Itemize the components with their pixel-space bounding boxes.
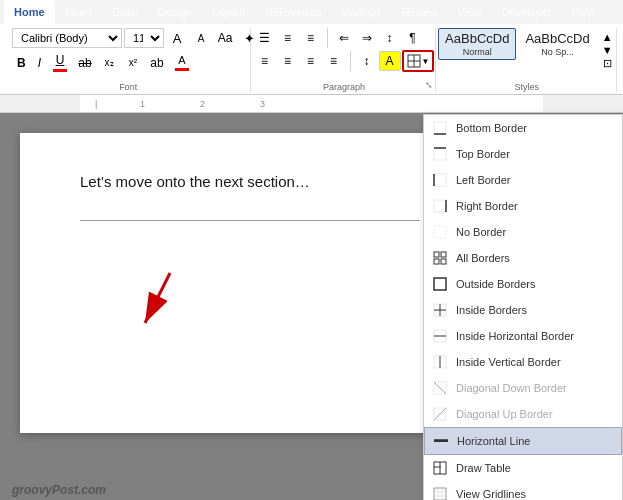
bottom-border-label: Bottom Border xyxy=(456,122,527,134)
line-spacing-btn[interactable]: ↕ xyxy=(356,51,378,71)
top-border-label: Top Border xyxy=(456,148,510,160)
show-para-btn[interactable]: ¶ xyxy=(402,28,424,48)
styles-group-label: Styles xyxy=(515,80,540,92)
svg-line-27 xyxy=(434,408,446,420)
dropdown-item-no-border[interactable]: No Border xyxy=(424,219,622,245)
diag-up-label: Diagonal Up Border xyxy=(456,408,553,420)
left-border-label: Left Border xyxy=(456,174,510,186)
styles-scroll-btn[interactable]: ▲▼⊡ xyxy=(599,28,616,73)
dropdown-item-draw-table[interactable]: Draw Table xyxy=(424,455,622,481)
separator xyxy=(327,28,328,48)
style-normal-label: Normal xyxy=(463,47,492,57)
inside-borders-label: Inside Borders xyxy=(456,304,527,316)
dropdown-item-all-borders[interactable]: All Borders xyxy=(424,245,622,271)
watermark: groovyPost.com xyxy=(12,483,106,497)
red-arrow-svg xyxy=(120,263,200,343)
left-border-icon xyxy=(432,172,448,188)
svg-rect-13 xyxy=(441,252,446,257)
font-color-btn[interactable]: A xyxy=(170,51,194,74)
increase-indent-btn[interactable]: ⇒ xyxy=(356,28,378,48)
dropdown-item-inside-borders[interactable]: Inside Borders xyxy=(424,297,622,323)
list-numbers-btn[interactable]: ≡ xyxy=(277,28,299,48)
svg-rect-16 xyxy=(434,278,446,290)
dropdown-item-outside-borders[interactable]: Outside Borders xyxy=(424,271,622,297)
grow-font-btn[interactable]: A xyxy=(166,28,188,48)
tab-developer[interactable]: Developer xyxy=(491,0,561,24)
dropdown-item-view-gridlines[interactable]: View Gridlines xyxy=(424,481,622,500)
dropdown-item-horiz-line[interactable]: Horizontal Line xyxy=(424,427,622,455)
paragraph-group: ☰ ≡ ≡ ⇐ ⇒ ↕ ¶ ≡ ≡ ≡ ≡ ↕ A xyxy=(253,28,435,92)
view-gridlines-icon xyxy=(432,486,448,500)
tab-help[interactable]: Help xyxy=(562,0,605,24)
dropdown-item-diag-down[interactable]: Diagonal Down Border xyxy=(424,375,622,401)
change-case-btn[interactable]: Aa xyxy=(214,28,236,48)
tab-insert[interactable]: Insert xyxy=(55,0,103,24)
style-nospace[interactable]: AaBbCcDd No Sp... xyxy=(518,28,596,60)
superscript-btn[interactable]: x² xyxy=(122,53,144,73)
diag-up-icon xyxy=(432,406,448,422)
inside-vert-label: Inside Vertical Border xyxy=(456,356,561,368)
shrink-font-btn[interactable]: A xyxy=(190,28,212,48)
svg-rect-14 xyxy=(434,259,439,264)
list-multilevel-btn[interactable]: ≡ xyxy=(300,28,322,48)
paragraph-expand[interactable]: ⤡ xyxy=(425,80,433,90)
text-highlight-btn[interactable]: ab xyxy=(146,53,168,73)
horiz-line-label: Horizontal Line xyxy=(457,435,530,447)
ribbon-tabs: Home Insert Draw Design Layout Reference… xyxy=(0,0,623,24)
style-normal-preview: AaBbCcDd xyxy=(445,31,509,47)
tab-home[interactable]: Home xyxy=(4,0,55,24)
separator2 xyxy=(350,51,351,71)
tab-references[interactable]: References xyxy=(255,0,331,24)
inside-horiz-label: Inside Horizontal Border xyxy=(456,330,574,342)
inside-vert-icon xyxy=(432,354,448,370)
shading-btn[interactable]: A xyxy=(379,51,401,71)
tab-layout[interactable]: Layout xyxy=(202,0,255,24)
svg-rect-33 xyxy=(434,488,446,500)
draw-table-label: Draw Table xyxy=(456,462,511,474)
svg-rect-12 xyxy=(434,252,439,257)
align-right-btn[interactable]: ≡ xyxy=(300,51,322,71)
tab-review[interactable]: Review xyxy=(392,0,448,24)
borders-icon xyxy=(407,54,421,68)
sort-btn[interactable]: ↕ xyxy=(379,28,401,48)
font-family-select[interactable]: Calibri (Body) xyxy=(12,28,122,48)
ruler: | 1 2 3 xyxy=(0,95,623,113)
tab-draw[interactable]: Draw xyxy=(102,0,148,24)
align-left-btn[interactable]: ≡ xyxy=(254,51,276,71)
svg-rect-29 xyxy=(434,439,448,440)
outside-borders-label: Outside Borders xyxy=(456,278,535,290)
dropdown-item-diag-up[interactable]: Diagonal Up Border xyxy=(424,401,622,427)
dropdown-item-inside-horiz[interactable]: Inside Horizontal Border xyxy=(424,323,622,349)
inside-horiz-icon xyxy=(432,328,448,344)
bottom-border-icon xyxy=(432,120,448,136)
borders-dropdown-menu: Bottom Border Top Border Left Border Rig… xyxy=(423,114,623,500)
svg-rect-15 xyxy=(441,259,446,264)
italic-btn[interactable]: I xyxy=(33,53,46,73)
justify-btn[interactable]: ≡ xyxy=(323,51,345,71)
dropdown-item-left-border[interactable]: Left Border xyxy=(424,167,622,193)
subscript-btn[interactable]: x₂ xyxy=(98,53,120,73)
align-center-btn[interactable]: ≡ xyxy=(277,51,299,71)
draw-table-icon xyxy=(432,460,448,476)
horiz-line-icon xyxy=(433,433,449,449)
list-bullets-btn[interactable]: ☰ xyxy=(254,28,276,48)
dropdown-item-inside-vert[interactable]: Inside Vertical Border xyxy=(424,349,622,375)
font-size-select[interactable]: 11 xyxy=(124,28,164,48)
ribbon-content: Calibri (Body) 11 A A Aa ✦ B I U xyxy=(0,24,623,95)
strikethrough-btn[interactable]: ab xyxy=(74,53,96,73)
ribbon-container: Home Insert Draw Design Layout Reference… xyxy=(0,0,623,95)
decrease-indent-btn[interactable]: ⇐ xyxy=(333,28,355,48)
tab-view[interactable]: View xyxy=(448,0,492,24)
view-gridlines-label: View Gridlines xyxy=(456,488,526,500)
dropdown-item-top-border[interactable]: Top Border xyxy=(424,141,622,167)
tab-design[interactable]: Design xyxy=(148,0,202,24)
underline-btn[interactable]: U xyxy=(48,50,72,75)
bold-btn[interactable]: B xyxy=(12,53,31,73)
tab-mailings[interactable]: Mailings xyxy=(331,0,391,24)
dropdown-item-bottom-border[interactable]: Bottom Border xyxy=(424,115,622,141)
dropdown-item-right-border[interactable]: Right Border xyxy=(424,193,622,219)
style-normal[interactable]: AaBbCcDd Normal xyxy=(438,28,516,60)
svg-rect-9 xyxy=(434,200,446,212)
borders-dropdown-btn[interactable]: ▼ xyxy=(402,50,435,72)
inside-borders-icon xyxy=(432,302,448,318)
